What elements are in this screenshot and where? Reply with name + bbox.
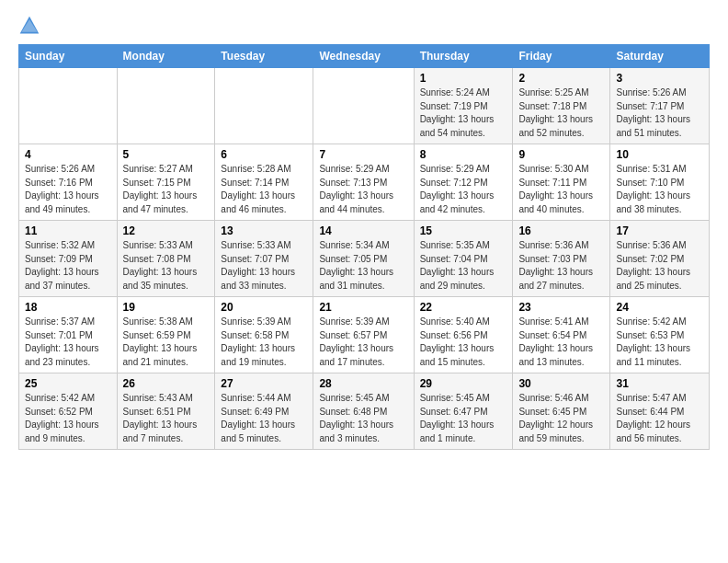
calendar-cell: 30Sunrise: 5:46 AM Sunset: 6:45 PM Dayli…	[513, 373, 610, 450]
day-number: 25	[25, 377, 111, 390]
header-day: Tuesday	[215, 45, 313, 68]
calendar-cell: 28Sunrise: 5:45 AM Sunset: 6:48 PM Dayli…	[313, 373, 414, 450]
day-number: 22	[420, 301, 507, 314]
calendar-week-row: 1Sunrise: 5:24 AM Sunset: 7:19 PM Daylig…	[19, 68, 710, 144]
day-info: Sunrise: 5:30 AM Sunset: 7:11 PM Dayligh…	[518, 163, 604, 216]
day-info: Sunrise: 5:44 AM Sunset: 6:49 PM Dayligh…	[221, 392, 307, 445]
day-number: 12	[123, 224, 210, 237]
calendar-cell: 10Sunrise: 5:31 AM Sunset: 7:10 PM Dayli…	[610, 144, 710, 221]
day-number: 18	[25, 301, 111, 314]
day-number: 11	[25, 224, 111, 237]
calendar-cell: 16Sunrise: 5:36 AM Sunset: 7:03 PM Dayli…	[513, 221, 610, 297]
header-day: Friday	[513, 45, 610, 68]
day-number: 27	[221, 377, 307, 390]
calendar-cell: 2Sunrise: 5:25 AM Sunset: 7:18 PM Daylig…	[513, 68, 610, 144]
calendar-week-row: 18Sunrise: 5:37 AM Sunset: 7:01 PM Dayli…	[19, 297, 710, 373]
day-info: Sunrise: 5:40 AM Sunset: 6:56 PM Dayligh…	[420, 316, 507, 369]
calendar-cell: 19Sunrise: 5:38 AM Sunset: 6:59 PM Dayli…	[117, 297, 215, 373]
day-number: 15	[420, 224, 507, 237]
calendar-cell: 14Sunrise: 5:34 AM Sunset: 7:05 PM Dayli…	[313, 221, 414, 297]
calendar-cell: 21Sunrise: 5:39 AM Sunset: 6:57 PM Dayli…	[313, 297, 414, 373]
day-info: Sunrise: 5:33 AM Sunset: 7:07 PM Dayligh…	[221, 239, 307, 293]
day-info: Sunrise: 5:29 AM Sunset: 7:12 PM Dayligh…	[420, 163, 507, 216]
day-number: 30	[518, 377, 604, 390]
calendar-cell: 17Sunrise: 5:36 AM Sunset: 7:02 PM Dayli…	[610, 221, 710, 297]
day-info: Sunrise: 5:38 AM Sunset: 6:59 PM Dayligh…	[123, 316, 210, 369]
day-number: 16	[518, 224, 604, 237]
day-info: Sunrise: 5:41 AM Sunset: 6:54 PM Dayligh…	[518, 316, 604, 369]
day-number: 21	[319, 301, 407, 314]
calendar-table: SundayMondayTuesdayWednesdayThursdayFrid…	[18, 44, 710, 450]
day-info: Sunrise: 5:24 AM Sunset: 7:19 PM Dayligh…	[420, 86, 507, 140]
day-number: 2	[518, 72, 604, 85]
header-day: Wednesday	[313, 45, 414, 68]
header-day: Sunday	[19, 45, 118, 68]
calendar-cell: 6Sunrise: 5:28 AM Sunset: 7:14 PM Daylig…	[215, 144, 313, 221]
calendar-cell	[19, 68, 118, 144]
calendar-cell: 18Sunrise: 5:37 AM Sunset: 7:01 PM Dayli…	[19, 297, 118, 373]
day-info: Sunrise: 5:33 AM Sunset: 7:08 PM Dayligh…	[123, 239, 210, 293]
header-day: Thursday	[414, 45, 513, 68]
day-info: Sunrise: 5:28 AM Sunset: 7:14 PM Dayligh…	[221, 163, 307, 216]
calendar-cell: 25Sunrise: 5:42 AM Sunset: 6:52 PM Dayli…	[19, 373, 118, 450]
day-info: Sunrise: 5:37 AM Sunset: 7:01 PM Dayligh…	[25, 316, 111, 369]
calendar-week-row: 25Sunrise: 5:42 AM Sunset: 6:52 PM Dayli…	[19, 373, 710, 450]
day-info: Sunrise: 5:34 AM Sunset: 7:05 PM Dayligh…	[319, 239, 407, 293]
day-info: Sunrise: 5:31 AM Sunset: 7:10 PM Dayligh…	[616, 163, 703, 216]
day-number: 23	[518, 301, 604, 314]
day-number: 9	[518, 148, 604, 161]
day-info: Sunrise: 5:45 AM Sunset: 6:47 PM Dayligh…	[420, 392, 507, 445]
calendar-cell: 3Sunrise: 5:26 AM Sunset: 7:17 PM Daylig…	[610, 68, 710, 144]
calendar-cell: 15Sunrise: 5:35 AM Sunset: 7:04 PM Dayli…	[414, 221, 513, 297]
calendar-cell: 24Sunrise: 5:42 AM Sunset: 6:53 PM Dayli…	[610, 297, 710, 373]
day-info: Sunrise: 5:39 AM Sunset: 6:58 PM Dayligh…	[221, 316, 307, 369]
day-info: Sunrise: 5:39 AM Sunset: 6:57 PM Dayligh…	[319, 316, 407, 369]
day-number: 31	[616, 377, 703, 390]
day-info: Sunrise: 5:32 AM Sunset: 7:09 PM Dayligh…	[25, 239, 111, 293]
day-number: 20	[221, 301, 307, 314]
calendar-cell: 29Sunrise: 5:45 AM Sunset: 6:47 PM Dayli…	[414, 373, 513, 450]
day-info: Sunrise: 5:46 AM Sunset: 6:45 PM Dayligh…	[518, 392, 604, 445]
page-header	[18, 15, 710, 37]
day-info: Sunrise: 5:27 AM Sunset: 7:15 PM Dayligh…	[123, 163, 210, 216]
day-number: 24	[616, 301, 703, 314]
day-number: 14	[319, 224, 407, 237]
day-number: 17	[616, 224, 703, 237]
day-number: 1	[420, 72, 507, 85]
calendar-cell: 9Sunrise: 5:30 AM Sunset: 7:11 PM Daylig…	[513, 144, 610, 221]
day-info: Sunrise: 5:47 AM Sunset: 6:44 PM Dayligh…	[616, 392, 703, 445]
day-info: Sunrise: 5:42 AM Sunset: 6:53 PM Dayligh…	[616, 316, 703, 369]
calendar-cell: 4Sunrise: 5:26 AM Sunset: 7:16 PM Daylig…	[19, 144, 118, 221]
day-number: 29	[420, 377, 507, 390]
header-row: SundayMondayTuesdayWednesdayThursdayFrid…	[19, 45, 710, 68]
calendar-cell: 27Sunrise: 5:44 AM Sunset: 6:49 PM Dayli…	[215, 373, 313, 450]
day-info: Sunrise: 5:45 AM Sunset: 6:48 PM Dayligh…	[319, 392, 407, 445]
calendar-cell: 8Sunrise: 5:29 AM Sunset: 7:12 PM Daylig…	[414, 144, 513, 221]
calendar-cell	[313, 68, 414, 144]
calendar-cell: 7Sunrise: 5:29 AM Sunset: 7:13 PM Daylig…	[313, 144, 414, 221]
calendar-week-row: 4Sunrise: 5:26 AM Sunset: 7:16 PM Daylig…	[19, 144, 710, 221]
day-info: Sunrise: 5:43 AM Sunset: 6:51 PM Dayligh…	[123, 392, 210, 445]
day-number: 28	[319, 377, 407, 390]
day-info: Sunrise: 5:26 AM Sunset: 7:17 PM Dayligh…	[616, 86, 703, 140]
day-info: Sunrise: 5:36 AM Sunset: 7:03 PM Dayligh…	[518, 239, 604, 293]
day-number: 8	[420, 148, 507, 161]
logo-icon	[18, 15, 40, 37]
calendar-cell: 20Sunrise: 5:39 AM Sunset: 6:58 PM Dayli…	[215, 297, 313, 373]
day-info: Sunrise: 5:25 AM Sunset: 7:18 PM Dayligh…	[518, 86, 604, 140]
day-number: 7	[319, 148, 407, 161]
svg-marker-1	[21, 19, 37, 32]
calendar-cell: 5Sunrise: 5:27 AM Sunset: 7:15 PM Daylig…	[117, 144, 215, 221]
day-number: 10	[616, 148, 703, 161]
calendar-week-row: 11Sunrise: 5:32 AM Sunset: 7:09 PM Dayli…	[19, 221, 710, 297]
calendar-cell: 1Sunrise: 5:24 AM Sunset: 7:19 PM Daylig…	[414, 68, 513, 144]
day-number: 26	[123, 377, 210, 390]
day-info: Sunrise: 5:42 AM Sunset: 6:52 PM Dayligh…	[25, 392, 111, 445]
header-day: Monday	[117, 45, 215, 68]
day-info: Sunrise: 5:29 AM Sunset: 7:13 PM Dayligh…	[319, 163, 407, 216]
calendar-cell: 12Sunrise: 5:33 AM Sunset: 7:08 PM Dayli…	[117, 221, 215, 297]
day-info: Sunrise: 5:26 AM Sunset: 7:16 PM Dayligh…	[25, 163, 111, 216]
calendar-cell: 26Sunrise: 5:43 AM Sunset: 6:51 PM Dayli…	[117, 373, 215, 450]
calendar-cell: 11Sunrise: 5:32 AM Sunset: 7:09 PM Dayli…	[19, 221, 118, 297]
day-info: Sunrise: 5:36 AM Sunset: 7:02 PM Dayligh…	[616, 239, 703, 293]
